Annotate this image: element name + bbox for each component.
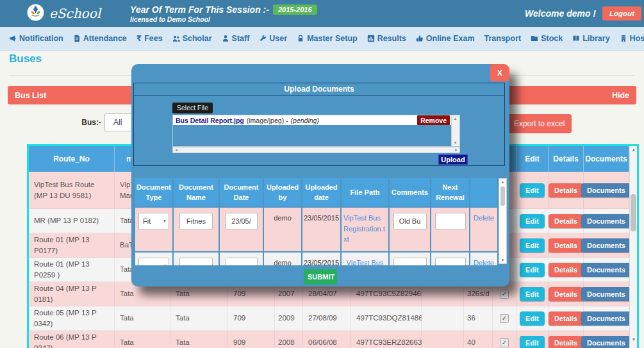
active-checkbox[interactable]: ✓	[500, 314, 509, 323]
bus-cell: 909	[228, 331, 275, 348]
edit-button[interactable]: Edit	[520, 336, 545, 348]
edit-button[interactable]: Edit	[520, 263, 545, 277]
bus-filter-label: Bus:-	[64, 118, 101, 127]
document-name-input[interactable]	[179, 213, 213, 229]
thumbs-up-icon	[416, 35, 424, 42]
submit-button[interactable]: SUBMIT	[304, 269, 337, 285]
nav-item-attendance[interactable]: Attendance	[73, 34, 127, 43]
nav-item-scholar[interactable]: Scholar	[172, 34, 212, 43]
scroll-up-icon[interactable]: ▲	[499, 180, 506, 184]
remove-file-button[interactable]: Remove	[417, 115, 450, 125]
nav-item-master-setup[interactable]: Master Setup	[297, 34, 358, 43]
scroll-down-icon[interactable]: ▼	[499, 258, 506, 262]
documents-button[interactable]: Documents	[581, 263, 631, 277]
nav-item-user[interactable]: User	[259, 34, 287, 43]
documents-button[interactable]: Documents	[581, 238, 631, 253]
action-cell: Edit	[516, 209, 549, 233]
details-button[interactable]: Details	[549, 311, 583, 326]
file-status: (pending)	[291, 117, 319, 124]
documents-button[interactable]: Documents	[581, 336, 631, 348]
document-name-input[interactable]	[179, 258, 213, 265]
edit-button[interactable]: Edit	[520, 214, 545, 228]
next-renewal-cell	[431, 253, 469, 265]
delete-link[interactable]: Delete	[472, 258, 496, 265]
details-button[interactable]: Details	[549, 287, 583, 301]
scroll-down-icon[interactable]: ▼	[452, 141, 459, 145]
comments-input[interactable]	[393, 213, 427, 229]
nav-item-label: Online Exam	[426, 34, 475, 43]
bus-table-scrollbar[interactable]: ▲ ▼	[629, 146, 638, 348]
rupee-icon: ₹	[136, 35, 142, 42]
scroll-up-icon[interactable]: ▲	[630, 147, 638, 152]
details-button[interactable]: Details	[549, 183, 583, 197]
uploaded-by-text: demo	[264, 253, 301, 265]
chevron-down-icon: ▼	[163, 263, 167, 266]
scrollbar-thumb[interactable]	[500, 186, 505, 206]
file-list-scrollbar[interactable]: ▲ ▼	[451, 115, 459, 146]
active-checkbox[interactable]: ✓	[500, 290, 509, 299]
bus-route-cell: Route 04 (MP 13 P 0181)	[29, 282, 115, 306]
active-checkbox[interactable]: ✓	[500, 338, 509, 347]
scroll-down-icon[interactable]: ▼	[630, 337, 638, 342]
document-date-input[interactable]	[226, 258, 258, 265]
brand-name: eSchool	[49, 6, 101, 21]
hide-toggle[interactable]: Hide	[612, 91, 629, 100]
nav-item-staff[interactable]: Staff	[222, 34, 250, 43]
details-button[interactable]: Details	[549, 263, 583, 277]
nav-item-hostel[interactable]: Hostel	[620, 34, 644, 43]
details-button[interactable]: Details	[549, 238, 583, 253]
action-cell: Edit	[516, 258, 549, 282]
details-button[interactable]: Details	[549, 214, 583, 228]
next-renewal-input[interactable]	[435, 258, 466, 265]
edit-button[interactable]: Edit	[520, 287, 545, 301]
edit-button[interactable]: Edit	[520, 311, 545, 326]
bus-cell: 40	[464, 331, 493, 348]
scrollbar-thumb[interactable]	[631, 194, 636, 231]
documents-button[interactable]: Documents	[581, 287, 631, 301]
nav-item-results[interactable]: Results	[367, 34, 406, 43]
bus-cell: 06/06/08	[303, 331, 351, 348]
bus-cell: ✓	[493, 306, 516, 331]
documents-button[interactable]: Documents	[581, 183, 631, 197]
document-type-select[interactable]: Fit▼	[138, 213, 169, 229]
next-renewal-input[interactable]	[435, 213, 466, 229]
select-file-button[interactable]: Select File	[172, 103, 213, 113]
export-to-excel-button[interactable]: Export to excel	[507, 114, 572, 133]
nav-item-fees[interactable]: ₹Fees	[136, 34, 163, 43]
scroll-up-icon[interactable]: ▲	[452, 117, 459, 120]
close-button[interactable]: X	[490, 64, 509, 81]
documents-table-scrollbar[interactable]: ▲ ▼	[499, 178, 507, 264]
upload-documents-modal: X Upload Documents Select File Bus Detai…	[131, 64, 509, 286]
bus-cell: ✓	[493, 331, 516, 348]
file-list-h-scrollbar[interactable]: ◄ ►	[172, 147, 460, 153]
document-type-select[interactable]: ▼	[138, 258, 169, 265]
edit-button[interactable]: Edit	[520, 238, 545, 253]
doc-table-header: File Path	[342, 178, 388, 206]
documents-button[interactable]: Documents	[581, 214, 631, 228]
upload-button[interactable]: Upload	[438, 154, 468, 165]
megaphone-icon	[9, 35, 17, 42]
documents-button[interactable]: Documents	[581, 311, 631, 326]
nav-item-online-exam[interactable]: Online Exam	[416, 34, 475, 43]
nav-item-label: Library	[582, 34, 609, 43]
action-cell: Details	[549, 172, 584, 209]
bus-cell: Tata	[115, 331, 170, 348]
scroll-left-icon[interactable]: ◄	[174, 147, 178, 153]
document-date-input[interactable]	[226, 213, 258, 229]
file-path-link[interactable]: VipTest Bus	[345, 258, 386, 265]
nav-item-label: Staff	[232, 34, 250, 43]
nav-item-notification[interactable]: Notification	[9, 34, 63, 43]
scroll-right-icon[interactable]: ►	[454, 147, 458, 153]
details-button[interactable]: Details	[549, 336, 583, 348]
logout-button[interactable]: Logout	[602, 6, 641, 21]
file-path-link[interactable]: VipTest Bus Registration.txt	[342, 213, 388, 251]
file-list-box: Bus Detail Report.jpg (image/jpeg) - (pe…	[172, 115, 460, 147]
delete-link[interactable]: Delete	[472, 213, 496, 251]
comments-input[interactable]	[393, 258, 427, 265]
nav-item-transport[interactable]: Transport	[484, 34, 522, 43]
nav-item-stock[interactable]: Stock	[531, 34, 563, 43]
eschool-app: eSchool Year Of Term For This Session :-…	[0, 0, 644, 348]
edit-button[interactable]: Edit	[520, 183, 545, 197]
bus-cell	[422, 331, 464, 348]
nav-item-library[interactable]: Library	[572, 34, 609, 43]
